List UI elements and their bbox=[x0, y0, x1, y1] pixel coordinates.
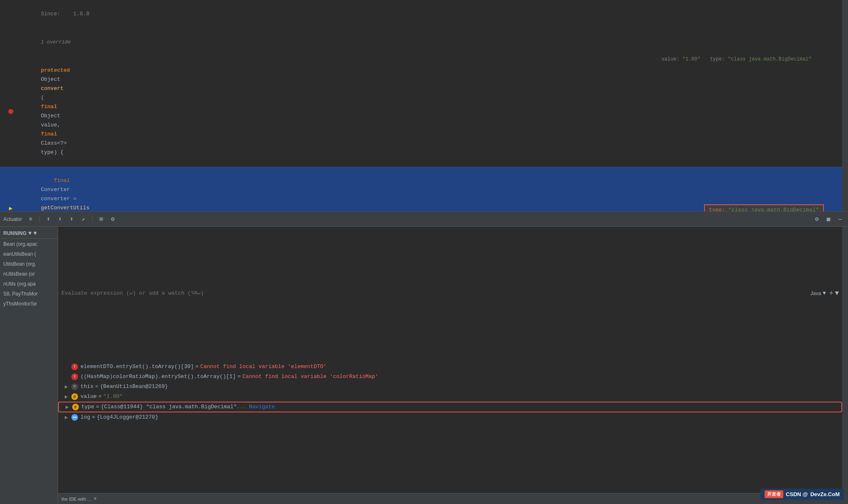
variables-list: ! elementDTO.entrySet().toArray()[30] = … bbox=[58, 360, 842, 494]
app-container: Since: 1.8.0 1 override protected Object… bbox=[0, 0, 848, 504]
debug-main-content: Java ▼ + ▼ ! elementDTO.entrySet().toArr… bbox=[58, 227, 842, 504]
param-type: type) { bbox=[41, 149, 63, 155]
step-up-btn[interactable]: ⬆ bbox=[44, 215, 53, 224]
sidebar-item-s8[interactable]: S8, PayThsMor bbox=[0, 289, 58, 298]
override-label: 1 override bbox=[41, 39, 71, 45]
breakpoint-dot bbox=[8, 109, 13, 114]
kw-protected: protected bbox=[41, 67, 73, 73]
lang-dropdown[interactable]: ▼ bbox=[823, 290, 826, 296]
minimize-btn[interactable]: — bbox=[836, 215, 845, 224]
var-item-colorratiomap[interactable]: ! ((HashMap)colorRatioMap).entrySet().to… bbox=[58, 372, 842, 382]
var-ellipsis: ... bbox=[237, 404, 246, 410]
method-getconvert: getConvertUtils bbox=[41, 205, 89, 211]
method-sig-line: protected Object convert ( final Object … bbox=[0, 56, 848, 167]
sidebar-item-bean[interactable]: Bean (org.apac bbox=[0, 240, 58, 249]
var-icon-error-2: ! bbox=[71, 373, 78, 380]
var-item-this[interactable]: ▶ ≡ this = {BeanUtilsBean@21269} bbox=[58, 382, 842, 392]
tooltip-value: "class java.math.BigDecimal" bbox=[729, 207, 819, 211]
var-eq-2: = bbox=[237, 373, 241, 380]
method-sig-content: protected Object convert ( final Object … bbox=[15, 57, 848, 166]
param-value: value, bbox=[41, 122, 63, 128]
var-expand-6[interactable]: ▶ bbox=[65, 414, 71, 421]
sidebar-item-beanutilesbean[interactable]: eanUtilsBean ( bbox=[0, 250, 58, 259]
var-icon-hash: ≡ bbox=[71, 383, 78, 390]
debug-toolbar: Actuator ≡ ⬆ ⬇ ⬆ ↗ ⊞ ⚙ ⚙ ▦ — bbox=[0, 212, 848, 227]
code-editor: Since: 1.8.0 1 override protected Object… bbox=[0, 0, 848, 211]
var-expand-3[interactable]: ▶ bbox=[65, 383, 71, 390]
running-label: RUNNING bbox=[3, 230, 27, 236]
var-value-value: "1.00" bbox=[103, 393, 123, 400]
add-watch-btn[interactable]: + bbox=[829, 290, 833, 297]
more-options-btn[interactable]: ▼ bbox=[835, 290, 839, 297]
thread-stack-sidebar: RUNNING ▼ ▼ Bean (org.apac eanUtilsBean … bbox=[0, 227, 58, 504]
toolbar-right: ⚙ ▦ — bbox=[812, 215, 845, 224]
since-content: Since: 1.8.0 bbox=[15, 0, 848, 28]
var-value-this: {BeanUtilsBean@21269} bbox=[100, 383, 168, 390]
layout-btn[interactable]: ▦ bbox=[824, 215, 833, 224]
run-cursor-btn[interactable]: ↗ bbox=[79, 215, 88, 224]
override-line: 1 override bbox=[0, 28, 848, 56]
paren-open: ( bbox=[41, 94, 44, 101]
since-line: Since: 1.8.0 bbox=[0, 0, 848, 28]
tooltip-key: type: bbox=[709, 207, 729, 211]
arrow-indicator: ▶ bbox=[9, 205, 12, 212]
filter-toggle[interactable]: ▼ bbox=[33, 230, 37, 237]
filter-icon[interactable]: ▼ bbox=[28, 230, 32, 237]
code-vscrollbar[interactable] bbox=[842, 0, 848, 211]
status-close[interactable]: × bbox=[94, 496, 97, 502]
sidebar-item-label-3: nUtilsBean (or bbox=[3, 271, 35, 277]
var-item-type[interactable]: ▶ p type = {Class@11944} "class java.mat… bbox=[58, 402, 842, 412]
var-eq-3: = bbox=[95, 383, 98, 390]
override-content: 1 override bbox=[15, 29, 848, 56]
type-converter: Converter bbox=[41, 187, 73, 193]
var-item-elementdto[interactable]: ! elementDTO.entrySet().toArray()[30] = … bbox=[58, 362, 842, 372]
kw-final3: final bbox=[41, 177, 73, 184]
type-tooltip: type: "class java.math.BigDecimal" bbox=[704, 204, 824, 211]
var-expand-5[interactable]: ▶ bbox=[66, 404, 72, 410]
method-name: convert bbox=[41, 85, 63, 92]
devze-label: DevZe.CoM bbox=[810, 491, 840, 497]
table-view-btn[interactable]: ⊞ bbox=[97, 215, 106, 224]
var-value-elementdto: Cannot find local variable 'elementDTO' bbox=[200, 363, 327, 370]
var-value-type: {Class@11944} "class java.math.BigDecima… bbox=[101, 404, 237, 410]
sidebar-item-label-6: yThsMonitorSe bbox=[3, 301, 37, 307]
sidebar-item-yths[interactable]: yThsMonitorSe bbox=[0, 299, 58, 308]
highlighted-bp: ▶ bbox=[7, 205, 15, 212]
sidebar-item-nutils[interactable]: nUtils (org.apa bbox=[0, 279, 58, 288]
sidebar-item-utilsbean[interactable]: UtilsBean (org. bbox=[0, 259, 58, 269]
type-object: Object bbox=[41, 76, 63, 82]
var-item-log[interactable]: ▶ oo log = {Log4JLogger@21270} bbox=[58, 412, 842, 422]
var-navigate-type[interactable]: Navigate bbox=[249, 404, 275, 410]
debug-hint: value: "1.00" type: "class java.math.Big… bbox=[658, 56, 815, 62]
variables-vscrollbar[interactable] bbox=[842, 227, 848, 504]
highlighted-code-line: ▶ final Converter converter = getConvert… bbox=[0, 167, 848, 211]
settings-btn[interactable]: ⚙ bbox=[812, 215, 821, 224]
toolbar-sep2 bbox=[92, 216, 93, 223]
hint-value-label: value: bbox=[661, 56, 682, 62]
csdn-badge: 开发者 bbox=[765, 490, 783, 498]
kw-final1: final bbox=[41, 104, 60, 110]
hint-type-val: "class java.math.BigDecimal" bbox=[728, 56, 811, 62]
lang-selector[interactable]: Java bbox=[811, 291, 821, 296]
toolbar-sep1 bbox=[39, 216, 40, 223]
eval-input[interactable] bbox=[61, 290, 807, 296]
hint-type-label: type: bbox=[710, 56, 728, 62]
restore-layout-btn[interactable]: ≡ bbox=[26, 215, 35, 224]
var-expand-4[interactable]: ▶ bbox=[65, 393, 71, 400]
type-object2: Object bbox=[41, 113, 63, 119]
sidebar-item-label-0: Bean (org.apac bbox=[3, 241, 37, 247]
method-bp bbox=[7, 109, 15, 114]
table-settings-btn[interactable]: ⚙ bbox=[108, 215, 117, 224]
sidebar-item-nutilsbean[interactable]: nUtilsBean (or bbox=[0, 269, 58, 279]
var-item-value[interactable]: ▶ p value = "1.00" bbox=[58, 392, 842, 402]
var-eq-4: = bbox=[98, 393, 102, 400]
var-eq-5: = bbox=[96, 404, 99, 410]
actuator-label: Actuator bbox=[3, 216, 22, 222]
step-down-btn[interactable]: ⬇ bbox=[56, 215, 65, 224]
status-text: the IDE with ... bbox=[61, 497, 91, 502]
filter-row: RUNNING ▼ ▼ bbox=[0, 228, 58, 239]
var-value-log: {Log4JLogger@21270} bbox=[97, 414, 158, 420]
hint-value-val: "1.00" bbox=[682, 56, 700, 62]
step-out-btn[interactable]: ⬆ bbox=[67, 215, 76, 224]
var-name-elementdto: elementDTO.entrySet().toArray()[30] bbox=[80, 363, 194, 370]
